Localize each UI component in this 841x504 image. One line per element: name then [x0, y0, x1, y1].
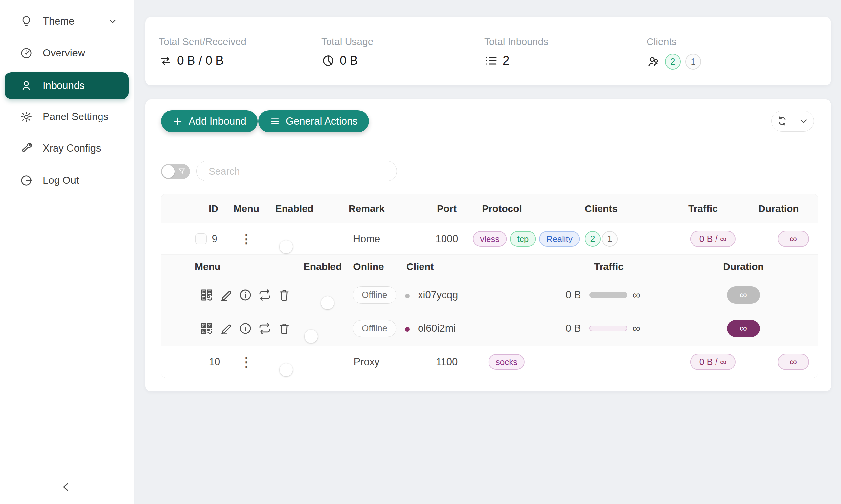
- duration-pill: ∞: [727, 286, 760, 304]
- inbounds-panel: Add Inbound General Actions: [145, 100, 831, 392]
- traffic-pill: 0 B / ∞: [690, 231, 736, 247]
- transfer-icon: [159, 54, 172, 68]
- delete-icon[interactable]: [277, 322, 291, 335]
- stat-label: Total Usage: [321, 36, 373, 47]
- sidebar: Theme Overview Inbounds Panel Settings: [0, 0, 134, 504]
- col-header-enabled: Enabled: [275, 203, 314, 214]
- sidebar-item-label: Theme: [43, 15, 74, 27]
- edit-icon[interactable]: [219, 322, 233, 335]
- online-status-badge: Offline: [353, 286, 396, 304]
- col-header-port: Port: [437, 203, 457, 214]
- toolbar-divider: [145, 142, 831, 142]
- add-inbound-label: Add Inbound: [189, 115, 246, 127]
- protocol-tag: socks: [488, 354, 525, 370]
- search-input[interactable]: [196, 161, 397, 181]
- info-icon[interactable]: [239, 288, 252, 302]
- gear-icon: [20, 110, 33, 123]
- row-menu-button[interactable]: ⋮: [240, 355, 253, 369]
- user-icon: [20, 79, 33, 92]
- funnel-icon: [177, 167, 186, 176]
- toggle-knob: [279, 363, 293, 376]
- table-header: ID Menu Enabled Remark Port Protocol Cli…: [161, 194, 818, 223]
- inbound-id: 9: [211, 233, 217, 245]
- sidebar-item-xray-configs[interactable]: Xray Configs: [5, 135, 129, 162]
- inbounds-table: ID Menu Enabled Remark Port Protocol Cli…: [161, 194, 818, 378]
- stat-label: Clients: [647, 36, 677, 47]
- pie-chart-icon: [321, 54, 335, 68]
- sidebar-collapse-button[interactable]: [58, 479, 75, 496]
- row-menu-button[interactable]: ⋮: [240, 232, 253, 246]
- col-header-clients: Clients: [585, 203, 618, 214]
- traffic-progress-bar: [589, 325, 628, 331]
- chevron-down-icon: [108, 16, 118, 26]
- list-icon: [484, 54, 498, 68]
- duration-pill: ∞: [777, 354, 809, 370]
- delete-icon[interactable]: [277, 288, 291, 302]
- toggle-knob: [279, 240, 293, 253]
- sidebar-item-label: Panel Settings: [43, 111, 108, 123]
- sidebar-item-label: Inbounds: [43, 80, 85, 92]
- info-icon[interactable]: [239, 322, 252, 335]
- inbound-row-9: − 9 ⋮ Home 1000 vless tcp Reality 2 1: [161, 223, 818, 255]
- add-inbound-button[interactable]: Add Inbound: [161, 110, 258, 132]
- clients-subtable: Menu Enabled Online Client Traffic Durat…: [161, 255, 818, 346]
- general-actions-button[interactable]: General Actions: [258, 110, 369, 132]
- col-header-duration: Duration: [758, 203, 799, 214]
- client-status-dot: [405, 327, 410, 332]
- subcol-header-online: Online: [353, 261, 384, 272]
- logout-icon: [20, 174, 33, 187]
- general-actions-label: General Actions: [286, 115, 358, 127]
- sidebar-item-inbounds[interactable]: Inbounds: [5, 72, 129, 99]
- client-traffic-value: 0 B: [566, 289, 581, 301]
- client-name: ol60i2mi: [418, 323, 456, 335]
- refresh-button-group: [771, 111, 814, 131]
- wrench-icon: [20, 142, 33, 155]
- qr-code-icon[interactable]: [200, 288, 213, 302]
- online-status-badge: Offline: [353, 320, 396, 337]
- chevron-down-icon: [798, 116, 809, 126]
- traffic-limit: ∞: [632, 289, 640, 301]
- sidebar-item-theme[interactable]: Theme: [5, 8, 129, 35]
- inbound-port: 1000: [435, 233, 458, 245]
- refresh-button[interactable]: [772, 111, 793, 131]
- clients-total-badge: 1: [685, 54, 701, 70]
- collapse-row-button[interactable]: −: [195, 233, 207, 245]
- client-count-badges: 2 1: [585, 231, 618, 247]
- divider: [192, 279, 810, 279]
- reset-traffic-icon[interactable]: [258, 288, 272, 302]
- divider: [192, 311, 810, 311]
- clients-online-badge: 2: [665, 54, 681, 70]
- chevron-left-icon: [60, 480, 73, 493]
- sidebar-item-panel-settings[interactable]: Panel Settings: [5, 103, 129, 130]
- plus-icon: [172, 116, 183, 127]
- dashboard-icon: [20, 47, 33, 60]
- subcol-header-traffic: Traffic: [594, 261, 623, 272]
- stat-value: 0 B: [340, 54, 358, 68]
- sidebar-item-log-out[interactable]: Log Out: [5, 167, 129, 194]
- traffic-pill: 0 B / ∞: [690, 354, 736, 370]
- sidebar-item-overview[interactable]: Overview: [5, 40, 129, 67]
- subcol-header-duration: Duration: [723, 261, 763, 272]
- subcol-header-client: Client: [406, 261, 434, 272]
- menu-lines-icon: [269, 116, 280, 127]
- qr-code-icon[interactable]: [200, 322, 213, 335]
- toggle-knob: [305, 330, 318, 343]
- protocol-tags: socks: [488, 354, 525, 370]
- edit-icon[interactable]: [219, 288, 233, 302]
- lightbulb-icon: [20, 15, 33, 28]
- sidebar-item-label: Log Out: [43, 175, 79, 186]
- protocol-tags: vless tcp Reality: [473, 231, 580, 247]
- refresh-options-button[interactable]: [793, 111, 814, 131]
- stat-value: 0 B / 0 B: [177, 54, 224, 68]
- stats-card: Total Sent/Received 0 B / 0 B Total Usag…: [145, 17, 831, 85]
- protocol-tag: tcp: [510, 231, 536, 247]
- filter-toggle[interactable]: [161, 164, 190, 179]
- reset-traffic-icon[interactable]: [258, 322, 272, 335]
- inbounds-page: Theme Overview Inbounds Panel Settings: [0, 0, 841, 504]
- inbound-remark: Home: [353, 233, 380, 245]
- toggle-knob: [321, 296, 334, 309]
- inbound-remark: Proxy: [354, 356, 379, 368]
- col-header-remark: Remark: [348, 203, 385, 214]
- traffic-limit: ∞: [632, 322, 640, 335]
- col-header-menu: Menu: [234, 203, 259, 214]
